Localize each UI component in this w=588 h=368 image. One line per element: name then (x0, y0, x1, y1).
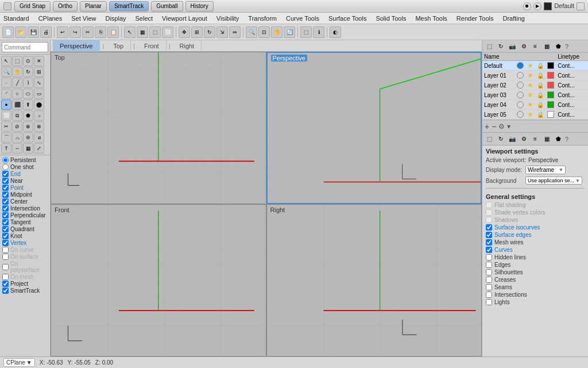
oneshot-radio[interactable] (2, 164, 9, 170)
vp-icon3[interactable]: 📷 (508, 135, 517, 144)
layer-lock-icon-1[interactable]: 🔒 (537, 72, 544, 79)
lt-deselect[interactable]: ✕ (34, 56, 44, 66)
center-snap-checkbox[interactable] (2, 198, 9, 205)
layer-color-swatch-5[interactable] (547, 111, 554, 118)
menu-mesh-tools[interactable]: Mesh Tools (414, 15, 448, 22)
layer-row-4[interactable]: Layer 04 ★ 🔒 Cont... (482, 100, 588, 110)
vp-icon7[interactable]: ⬟ (554, 135, 563, 144)
vp-icon5[interactable]: ≡ (531, 135, 540, 144)
undo-button[interactable]: ↩ (57, 26, 68, 38)
select-button[interactable]: ↖ (124, 26, 136, 38)
vp-icon2[interactable]: ↻ (496, 135, 505, 144)
layer-lock-2[interactable]: 🔒 (535, 80, 546, 90)
copy-button[interactable]: ⎘ (95, 26, 106, 38)
layers-settings-icon[interactable]: ⚙ (519, 42, 528, 51)
layer-color-3[interactable] (546, 90, 556, 100)
layer-star-icon-3[interactable]: ★ (527, 91, 533, 99)
layer-lock-5[interactable]: 🔒 (535, 110, 546, 120)
menu-standard[interactable]: Standard (2, 15, 30, 22)
midpoint-snap-checkbox[interactable] (2, 191, 9, 198)
layers-reload-icon[interactable]: ↻ (496, 42, 505, 51)
color-swatch[interactable] (544, 2, 552, 10)
rotate-button[interactable]: ↻ (204, 26, 215, 38)
tab-perspective[interactable]: Perspective (53, 40, 100, 52)
layer-active-1[interactable] (515, 71, 525, 80)
vp-icon4[interactable]: ⚙ (519, 135, 528, 144)
layer-circle-2[interactable] (517, 82, 524, 89)
menu-transform[interactable]: Transform (247, 15, 278, 22)
move-button[interactable]: ✥ (179, 26, 190, 38)
tab-right[interactable]: Right (173, 40, 202, 52)
lt-polyline[interactable]: ⌇ (23, 78, 33, 88)
layer-active-4[interactable] (515, 100, 525, 110)
layer-circle-5[interactable] (517, 111, 524, 118)
lt-zoom[interactable]: 🔍 (1, 67, 11, 77)
scale-button[interactable]: ⇲ (216, 26, 228, 38)
viewport-perspective[interactable]: Perspective (266, 52, 482, 204)
planar-button[interactable]: Planar (80, 1, 107, 12)
layer-star-2[interactable]: ★ (525, 80, 535, 90)
smarttrack-snap-checkbox[interactable] (2, 288, 9, 294)
layer-star-icon-2[interactable]: ★ (527, 81, 533, 89)
vp-checkbox-3[interactable] (486, 224, 492, 231)
vp-checkbox-10[interactable] (486, 277, 492, 283)
layer-lock-icon-3[interactable]: 🔒 (537, 92, 544, 98)
menu-curve-tools[interactable]: Curve Tools (285, 15, 320, 22)
persistent-radio[interactable] (2, 157, 9, 163)
layer-color-swatch-4[interactable] (547, 101, 554, 108)
vp-checkbox-4[interactable] (486, 232, 492, 238)
layer-row-5[interactable]: Layer 05 ★ 🔒 Cont... (482, 110, 588, 120)
viewport-right[interactable]: Right (266, 204, 482, 356)
ortho-button[interactable]: Ortho (53, 1, 78, 12)
vp-checkbox-0[interactable] (486, 202, 492, 208)
lt-meshface[interactable]: ⬦ (34, 110, 44, 121)
lt-rotate[interactable]: ↻ (23, 67, 33, 77)
history-button[interactable]: History (185, 1, 214, 12)
menu-surface-tools[interactable]: Surface Tools (327, 15, 368, 22)
vp-checkbox-2[interactable] (486, 217, 492, 223)
lt-join[interactable]: ⊕ (23, 121, 33, 132)
menu-viewport-layout[interactable]: Viewport Layout (161, 15, 208, 22)
vp-checkbox-11[interactable] (486, 284, 492, 290)
layers-props-icon[interactable]: ≡ (531, 42, 540, 51)
selectall-button[interactable]: ▦ (137, 26, 148, 38)
lt-offset[interactable]: ⊜ (23, 132, 33, 143)
vp-checkbox-7[interactable] (486, 254, 492, 260)
layer-star-icon-4[interactable]: ★ (527, 101, 533, 109)
play-button[interactable]: ▶ (533, 2, 541, 10)
lt-point[interactable]: · (1, 78, 11, 88)
layer-button[interactable]: ⬚ (300, 26, 312, 38)
lt-box[interactable]: ⬛ (12, 99, 22, 110)
layer-circle-4[interactable] (517, 101, 524, 108)
layer-color-swatch-2[interactable] (547, 82, 554, 89)
layer-star-icon-1[interactable]: ★ (527, 71, 533, 79)
mirror-button[interactable]: ⇔ (229, 26, 241, 38)
lt-dim2[interactable]: ⤢ (34, 143, 44, 154)
zoomext-button[interactable]: ⊡ (258, 26, 270, 38)
vp-checkbox-9[interactable] (486, 269, 492, 275)
display-mode-dropdown[interactable]: Wireframe ▼ (525, 166, 566, 174)
lt-split[interactable]: ⊘ (12, 121, 22, 132)
vp-checkbox-5[interactable] (486, 239, 492, 246)
onmesh-snap-checkbox[interactable] (2, 274, 9, 280)
vp-checkbox-1[interactable] (486, 209, 492, 216)
intersection-snap-checkbox[interactable] (2, 205, 9, 212)
cplane-dropdown[interactable]: CPlane ▼ (3, 358, 35, 367)
lt-blend[interactable]: ⌀ (34, 132, 44, 143)
layer-lock-3[interactable]: 🔒 (535, 90, 546, 100)
lt-extents[interactable]: ⊞ (34, 67, 44, 77)
lt-lasso[interactable]: ⊙ (23, 56, 33, 66)
grid-snap-button[interactable]: Grid Snap (14, 1, 51, 12)
lt-surface[interactable]: ⬜ (1, 110, 11, 121)
layer-row-1[interactable]: Layer 01 ★ 🔒 Cont... (482, 71, 588, 80)
lt-fillet[interactable]: ⌒ (1, 132, 11, 143)
rotate3d-button[interactable]: 🔄 (284, 26, 295, 38)
record-button[interactable]: ⏺ (523, 2, 531, 10)
vp-help-icon[interactable]: ? (565, 136, 568, 143)
layer-color-5[interactable] (546, 110, 556, 120)
lt-curve[interactable]: ∿ (34, 78, 44, 88)
crossing-button[interactable]: ⬜ (162, 26, 173, 38)
lt-dim[interactable]: ↔ (12, 143, 22, 154)
lt-boolean[interactable]: ⊗ (34, 121, 44, 132)
layer-star-icon-5[interactable]: ★ (527, 110, 533, 118)
